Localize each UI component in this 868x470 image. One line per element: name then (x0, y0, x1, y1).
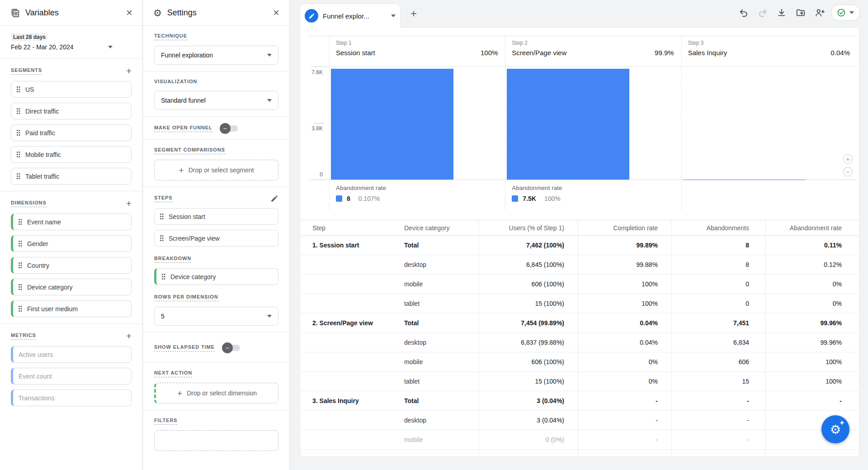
gear-sparkle-icon: ⚙ (830, 424, 841, 436)
segment-chip[interactable]: Tablet traffic (11, 168, 132, 185)
metric-chip[interactable]: Active users (11, 346, 132, 363)
cell-completion-rate: - (578, 391, 671, 410)
download-button[interactable] (774, 5, 789, 20)
cell-step (300, 450, 404, 457)
drag-handle-icon[interactable] (17, 130, 20, 136)
cell-abandonments: - (671, 411, 765, 430)
drag-handle-icon[interactable] (162, 274, 165, 280)
table-row: desktop 3 (0.04%) - - (300, 411, 859, 430)
dimension-chip[interactable]: Event name (11, 214, 132, 230)
funnel-bar[interactable] (331, 69, 453, 180)
table-row: mobile 0 (0%) - - (300, 430, 859, 450)
segment-chip-label: Direct traffic (25, 108, 59, 115)
drag-handle-icon[interactable] (19, 284, 22, 290)
zoom-in-button[interactable]: + (843, 154, 853, 164)
segment-chip[interactable]: US (11, 81, 132, 98)
insights-fab-button[interactable]: ⚙ (821, 415, 849, 443)
date-range-selector[interactable]: Last 28 days Feb 22 - Mar 20, 2024 (0, 26, 142, 59)
undo-button[interactable] (736, 5, 751, 20)
cell-completion-rate: 0% (578, 352, 671, 371)
new-tab-button[interactable]: + (407, 7, 420, 20)
drag-handle-icon[interactable] (19, 219, 22, 225)
segment-chip[interactable]: Paid traffic (11, 124, 132, 141)
metrics-section: Metrics + Active users Event count Trans… (0, 324, 142, 413)
cell-completion-rate (578, 450, 671, 457)
dimension-chip[interactable]: Device category (11, 279, 132, 295)
add-metric-button[interactable]: + (126, 331, 132, 341)
drag-handle-icon[interactable] (160, 235, 163, 241)
make-open-funnel-section: Make open funnel − (143, 117, 289, 140)
y-tick (314, 123, 325, 123)
cell-abandonment-rate (765, 450, 858, 457)
table-row: 3. Sales Inquiry Total 3 (0.04%) - - - (300, 391, 859, 411)
segment-drop-target[interactable]: + Drop or select segment (154, 160, 278, 180)
drag-handle-icon[interactable] (17, 86, 20, 92)
add-dimension-button[interactable]: + (126, 199, 132, 208)
drag-handle-icon[interactable] (17, 173, 20, 179)
dimension-chip[interactable]: Country (11, 257, 132, 274)
dimension-chip[interactable]: Gender (11, 235, 132, 252)
table-row: tablet 15 (100%) 100% 0 0% (300, 294, 859, 313)
drag-handle-icon[interactable] (160, 214, 163, 219)
variables-icon (10, 8, 20, 18)
cell-step (300, 294, 404, 313)
rows-per-dimension-section: Rows per dimension 5 (143, 291, 289, 332)
metric-chip[interactable]: Event count (11, 368, 132, 385)
drag-handle-icon[interactable] (19, 262, 22, 268)
breakdown-chip[interactable]: Device category (154, 268, 278, 285)
chevron-down-icon (267, 315, 272, 318)
add-segment-button[interactable]: + (126, 66, 132, 76)
settings-panel-header: ⚙ Settings × (143, 0, 289, 26)
export-button[interactable] (793, 5, 808, 20)
drag-handle-icon[interactable] (17, 108, 20, 114)
funnel-step-column: Step 3 Sales Inquiry 0.04% (681, 36, 857, 209)
edit-steps-pencil-icon[interactable] (270, 195, 278, 203)
segment-chip-label: US (25, 86, 34, 93)
next-action-drop-target[interactable]: + Drop or select dimension (154, 383, 278, 404)
date-range-text: Feb 22 - Mar 20, 2024 (11, 43, 132, 51)
steps-label: Steps (154, 195, 173, 202)
step-chip[interactable]: Session start (154, 208, 278, 225)
metric-chip-label: Transactions (19, 394, 55, 402)
abandonment-label: Abandonment rate (336, 185, 505, 191)
technique-select[interactable]: Funnel exploration (154, 46, 278, 65)
drag-handle-icon[interactable] (19, 306, 22, 312)
metric-chip[interactable]: Transactions (11, 389, 132, 406)
cell-device-category: mobile (404, 352, 478, 371)
make-open-funnel-toggle[interactable]: − (220, 124, 239, 133)
visualization-label: Visualization (154, 79, 197, 85)
cell-step (300, 411, 404, 430)
drag-handle-icon[interactable] (17, 152, 20, 157)
tab-funnel-exploration[interactable]: Funnel explor... (300, 4, 401, 28)
drag-handle-icon[interactable] (19, 241, 22, 247)
add-collaborators-button[interactable] (812, 5, 827, 20)
rows-per-dimension-select[interactable]: 5 (154, 307, 278, 326)
funnel-step-name: Screen/Page view (512, 49, 655, 57)
zoom-out-button[interactable]: − (843, 167, 853, 176)
show-elapsed-time-toggle[interactable]: − (222, 343, 241, 352)
visualization-select[interactable]: Standard funnel (154, 91, 278, 110)
table-row: mobile 606 (100%) 100% 0 0% (300, 275, 859, 294)
y-axis-label: 3.8K (304, 125, 323, 132)
funnel-step-name: Session start (336, 49, 481, 57)
segment-chip[interactable]: Direct traffic (11, 103, 132, 119)
variables-close-icon[interactable]: × (126, 7, 132, 18)
tab-edit-badge (305, 9, 318, 23)
step-chip[interactable]: Screen/Page view (154, 230, 278, 247)
cell-abandonments: 15 (671, 372, 765, 391)
toggle-thumb: − (222, 342, 233, 353)
cell-step (300, 430, 404, 449)
redo-icon (758, 8, 768, 18)
dimension-chip[interactable]: First user medium (11, 300, 132, 317)
chevron-down-icon (267, 54, 272, 57)
step-chip-label: Session start (169, 213, 205, 220)
cell-abandonment-rate: 0.12% (765, 255, 858, 274)
filters-drop-target[interactable] (154, 430, 278, 451)
funnel-bar[interactable] (507, 69, 629, 180)
settings-close-icon[interactable]: × (273, 7, 279, 18)
redo-button[interactable] (755, 5, 770, 20)
tab-chevron-down-icon[interactable] (391, 14, 396, 17)
status-share-button[interactable] (831, 5, 860, 21)
segment-chip[interactable]: Mobile traffic (11, 146, 132, 163)
cell-users: 6,837 (99.88%) (478, 333, 578, 352)
